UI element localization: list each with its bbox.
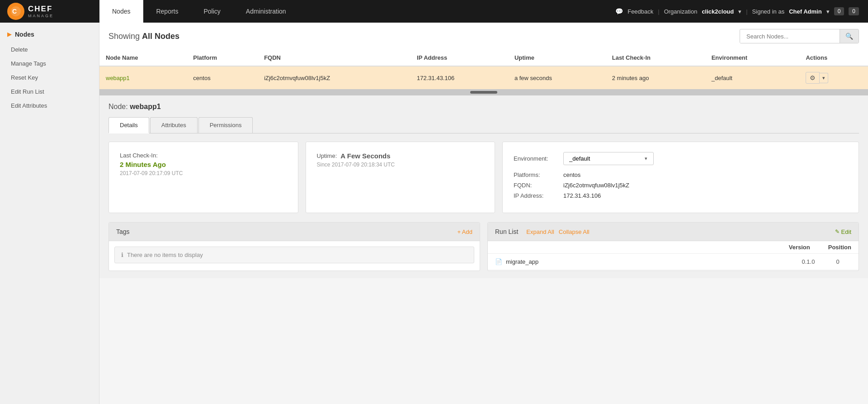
detail-cards-row: Last Check-In: 2 Minutes Ago 2017-07-09 … bbox=[108, 142, 859, 213]
node-detail-section: Node: webapp1 Details Attributes Permiss… bbox=[99, 95, 868, 278]
tab-attributes[interactable]: Attributes bbox=[150, 117, 198, 133]
divider-handle bbox=[470, 91, 497, 94]
tab-details[interactable]: Details bbox=[108, 117, 149, 133]
fqdn-row: FQDN: iZj6c2otmvqfuw08lv1j5kZ bbox=[514, 182, 848, 189]
node-detail-title: Node: webapp1 bbox=[108, 103, 859, 111]
col-ip: IP Address bbox=[410, 50, 508, 66]
col-position-label: Position bbox=[828, 244, 851, 251]
run-list-col-header-row: Version Position bbox=[488, 241, 859, 254]
col-node-name: Node Name bbox=[99, 50, 187, 66]
search-button[interactable]: 🔍 bbox=[840, 29, 859, 43]
org-name[interactable]: click2cloud bbox=[702, 8, 734, 15]
org-dropdown-icon[interactable]: ▾ bbox=[738, 8, 741, 15]
sidebar-item-manage-tags[interactable]: Manage Tags bbox=[0, 57, 99, 71]
user-dropdown-icon[interactable]: ▾ bbox=[826, 8, 830, 15]
uptime-card: Uptime: A Few Seconds Since 2017-07-09 2… bbox=[306, 142, 495, 213]
svg-text:C: C bbox=[12, 8, 17, 15]
expand-all-link[interactable]: Expand All bbox=[526, 228, 554, 235]
nav-tab-reports[interactable]: Reports bbox=[143, 0, 191, 23]
cell-platform: centos bbox=[187, 66, 258, 89]
tab-permissions[interactable]: Permissions bbox=[198, 117, 253, 133]
logo-icon: C bbox=[7, 3, 24, 20]
run-list-item-version: 0.1.0 bbox=[793, 258, 824, 265]
platform-row: Platforms: centos bbox=[514, 171, 848, 178]
col-last-checkin: Last Check-In bbox=[606, 50, 705, 66]
sidebar-item-delete[interactable]: Delete bbox=[0, 43, 99, 57]
uptime-label-inline: Uptime: A Few Seconds bbox=[317, 152, 484, 160]
sidebar-item-edit-run-list[interactable]: Edit Run List bbox=[0, 85, 99, 99]
logo-area: C CHEF MANAGE bbox=[0, 3, 99, 20]
tags-card: Tags + Add ℹ There are no items to displ… bbox=[108, 222, 480, 271]
feedback-icon: 💬 bbox=[615, 8, 623, 15]
env-select[interactable]: _default bbox=[563, 152, 654, 165]
sidebar-item-edit-attributes[interactable]: Edit Attributes bbox=[0, 99, 99, 113]
ip-value: 172.31.43.106 bbox=[563, 192, 601, 199]
run-list-controls: Run List Expand All Collapse All bbox=[495, 228, 590, 235]
nodes-header: Showing All Nodes 🔍 bbox=[99, 23, 868, 50]
collapse-all-link[interactable]: Collapse All bbox=[559, 228, 590, 235]
counter-1[interactable]: 0 bbox=[834, 7, 844, 15]
col-actions: Actions bbox=[799, 50, 868, 66]
main-layout: ▶ Nodes Delete Manage Tags Reset Key Edi… bbox=[0, 23, 868, 404]
col-uptime: Uptime bbox=[508, 50, 606, 66]
nodes-table: Node Name Platform FQDN IP Address Uptim… bbox=[99, 50, 868, 89]
cell-environment: _default bbox=[705, 66, 800, 89]
run-list-item: 📄 migrate_app 0.1.0 0 bbox=[488, 254, 859, 270]
nav-right: 💬 Feedback | Organization click2cloud ▾ … bbox=[615, 7, 868, 15]
detail-tabs: Details Attributes Permissions bbox=[108, 117, 859, 133]
info-icon: ℹ bbox=[121, 252, 123, 258]
logo-chef-text: CHEF bbox=[28, 5, 54, 14]
showing-title: Showing All Nodes bbox=[108, 32, 179, 41]
top-nav: C CHEF MANAGE Nodes Reports Policy Admin… bbox=[0, 0, 868, 23]
uptime-since: Since 2017-07-09 20:18:34 UTC bbox=[317, 162, 484, 168]
ip-row: IP Address: 172.31.43.106 bbox=[514, 192, 848, 199]
feedback-label[interactable]: Feedback bbox=[627, 8, 653, 15]
run-list-header: Run List Expand All Collapse All ✎ Edit bbox=[488, 223, 859, 241]
actions-gear-button[interactable]: ⚙ bbox=[806, 72, 820, 84]
user-name[interactable]: Chef Admin bbox=[789, 8, 821, 15]
edit-run-list-link[interactable]: ✎ Edit bbox=[835, 228, 851, 235]
sidebar-section-nodes: ▶ Nodes Delete Manage Tags Reset Key Edi… bbox=[0, 23, 99, 116]
no-items-box: ℹ There are no items to display bbox=[114, 247, 474, 263]
logo-manage-text: MANAGE bbox=[28, 14, 54, 18]
run-list-card: Run List Expand All Collapse All ✎ Edit … bbox=[487, 222, 859, 271]
ip-label: IP Address: bbox=[514, 192, 563, 199]
checkin-date: 2017-07-09 20:17:09 UTC bbox=[120, 170, 287, 176]
cell-fqdn: iZj6c2otmvqfuw08lv1j5kZ bbox=[258, 66, 410, 89]
search-input[interactable] bbox=[740, 30, 840, 43]
counter-2[interactable]: 0 bbox=[849, 7, 859, 15]
tags-title: Tags bbox=[116, 228, 130, 235]
nav-tab-nodes[interactable]: Nodes bbox=[99, 0, 143, 23]
add-tag-link[interactable]: + Add bbox=[457, 228, 472, 235]
actions-dropdown-button[interactable]: ▾ bbox=[820, 73, 828, 83]
nav-separator-2: | bbox=[746, 8, 747, 15]
sidebar-item-reset-key[interactable]: Reset Key bbox=[0, 71, 99, 85]
col-version-label: Version bbox=[789, 244, 810, 251]
table-row: webapp1 centos iZj6c2otmvqfuw08lv1j5kZ 1… bbox=[99, 66, 868, 89]
env-row: Environment: _default ▾ bbox=[514, 152, 848, 165]
run-list-item-position: 0 bbox=[824, 258, 851, 265]
no-items-text: There are no items to display bbox=[127, 252, 203, 258]
tags-header: Tags + Add bbox=[109, 223, 480, 241]
col-platform: Platform bbox=[187, 50, 258, 66]
edit-icon: ✎ bbox=[835, 228, 840, 235]
panel-divider[interactable] bbox=[99, 89, 868, 95]
platforms-value: centos bbox=[563, 171, 580, 178]
fqdn-value: iZj6c2otmvqfuw08lv1j5kZ bbox=[563, 182, 629, 189]
content-area: Showing All Nodes 🔍 Node Name Platform F… bbox=[99, 23, 868, 404]
env-info-card: Environment: _default ▾ Platforms: cento… bbox=[502, 142, 859, 213]
checkin-card: Last Check-In: 2 Minutes Ago 2017-07-09 … bbox=[108, 142, 298, 213]
fqdn-label: FQDN: bbox=[514, 182, 563, 189]
run-list-item-name: migrate_app bbox=[506, 258, 793, 265]
cell-last-checkin: 2 minutes ago bbox=[606, 66, 705, 89]
node-name-link[interactable]: webapp1 bbox=[106, 75, 130, 81]
nav-tab-administration[interactable]: Administration bbox=[233, 0, 299, 23]
org-label: Organization bbox=[664, 8, 698, 15]
bottom-cards-row: Tags + Add ℹ There are no items to displ… bbox=[108, 222, 859, 271]
signin-label: Signed in as bbox=[752, 8, 785, 15]
nav-tab-policy[interactable]: Policy bbox=[191, 0, 233, 23]
col-environment: Environment bbox=[705, 50, 800, 66]
cell-uptime: a few seconds bbox=[508, 66, 606, 89]
sidebar-title-nodes[interactable]: ▶ Nodes bbox=[0, 26, 99, 43]
nav-separator-1: | bbox=[658, 8, 659, 15]
